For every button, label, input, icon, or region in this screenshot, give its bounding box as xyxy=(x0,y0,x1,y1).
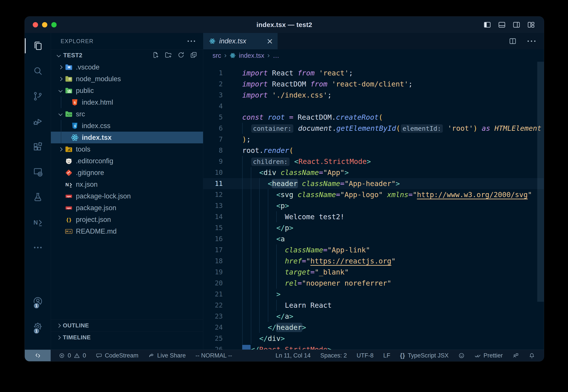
tree-item-src[interactable]: </>src xyxy=(51,108,203,120)
indent-guide xyxy=(268,222,268,233)
remote-indicator[interactable] xyxy=(25,350,51,361)
activity-search[interactable] xyxy=(25,64,51,78)
desktop: { "window": { "title": "index.tsx — test… xyxy=(0,0,568,392)
toggle-panel-icon[interactable] xyxy=(498,21,506,29)
tab-index-tsx[interactable]: index.tsx × xyxy=(203,33,277,49)
run-debug-icon xyxy=(32,116,43,127)
nx-icon: N xyxy=(65,180,73,189)
activity-nx-console[interactable]: N xyxy=(25,215,51,229)
activity-explorer[interactable] xyxy=(25,39,51,53)
refresh-explorer-icon[interactable] xyxy=(177,51,185,59)
code-editor[interactable]: 1import React from 'react';2import React… xyxy=(203,62,544,350)
tree-item-label: index.tsx xyxy=(82,134,111,141)
indentation-setting[interactable]: Spaces: 2 xyxy=(320,352,347,359)
html-icon: 5 xyxy=(70,98,79,107)
zoom-window-button[interactable] xyxy=(51,22,57,28)
window-title: index.tsx — test2 xyxy=(257,21,312,28)
close-tab-icon[interactable]: × xyxy=(266,37,273,45)
new-file-icon[interactable] xyxy=(152,51,159,59)
feedback-button[interactable] xyxy=(513,352,519,359)
tree-item-label: node_modules xyxy=(76,75,121,83)
svg-text:JS: JS xyxy=(69,78,71,80)
tree-item-package-lock.json[interactable]: npmpackage-lock.json xyxy=(51,190,203,202)
activity-remote-explorer[interactable] xyxy=(25,165,51,179)
tree-item-public[interactable]: public xyxy=(51,85,203,97)
tree-item-.gitignore[interactable]: .gitignore xyxy=(51,167,203,179)
activity-accounts[interactable]: 1 xyxy=(32,294,43,308)
code-line-13: 13 <p> xyxy=(203,200,544,211)
errors-icon xyxy=(59,352,65,359)
tree-item-.vscode[interactable]: .vscode xyxy=(51,61,203,73)
new-folder-icon[interactable] xyxy=(165,51,172,59)
tree-item-label: project.json xyxy=(76,216,111,224)
indent-guide xyxy=(268,278,268,289)
folder-tools-icon xyxy=(65,145,73,154)
live-share-status[interactable]: Live Share xyxy=(148,352,186,359)
minimize-window-button[interactable] xyxy=(42,22,47,28)
tree-item-node-modules[interactable]: JSnode_modules xyxy=(51,73,203,85)
problems-indicator[interactable]: 0 0 xyxy=(59,352,86,359)
breadcrumb-src[interactable]: src xyxy=(213,52,221,59)
svg-text:5: 5 xyxy=(74,100,76,104)
codestream-status[interactable]: CodeStream xyxy=(96,352,139,359)
folder-vscode-icon xyxy=(65,63,73,71)
toggle-sidebar-icon[interactable] xyxy=(483,21,491,29)
tree-item-tools[interactable]: tools xyxy=(51,143,203,155)
code-line-21: 21 > xyxy=(203,289,544,300)
remote-explorer-icon xyxy=(32,167,43,177)
tree-item-.editorconfig[interactable]: .editorconfig xyxy=(51,155,203,167)
activity-extensions[interactable] xyxy=(25,140,51,154)
inlay-hint: elementId: xyxy=(401,124,443,133)
activity-settings[interactable]: 1 xyxy=(32,320,43,334)
chevron-spacer xyxy=(57,155,65,167)
encoding-setting[interactable]: UTF-8 xyxy=(357,352,374,359)
breadcrumb-symbol[interactable]: … xyxy=(273,52,279,59)
collapse-folders-icon[interactable] xyxy=(190,51,197,59)
chevron-right-icon: › xyxy=(224,51,227,59)
prettier-status[interactable]: Prettier xyxy=(474,352,503,359)
indent-guide xyxy=(259,266,260,278)
editor-actions xyxy=(509,33,544,49)
chevron-spacer xyxy=(63,97,70,108)
github-status[interactable] xyxy=(458,352,465,359)
tree-item-project.json[interactable]: {}project.json xyxy=(51,214,203,225)
line-number: 3 xyxy=(203,90,231,101)
code-line-17: 17 className="App-link" xyxy=(203,244,544,255)
tree-item-package.json[interactable]: npmpackage.json xyxy=(51,202,203,214)
tree-item-nx.json[interactable]: Nnx.json xyxy=(51,179,203,190)
activity-source-control[interactable] xyxy=(25,89,51,103)
line-number: 25 xyxy=(203,333,231,344)
tree-item-index.tsx[interactable]: index.tsx xyxy=(51,132,203,143)
workspace-section-header[interactable]: TEST2 xyxy=(51,49,203,61)
activity-more-views[interactable] xyxy=(25,240,51,255)
more-actions-icon[interactable] xyxy=(526,41,536,42)
tree-item-label: index.css xyxy=(82,122,110,130)
close-window-button[interactable] xyxy=(33,22,38,28)
window-controls xyxy=(33,17,57,33)
activity-testing[interactable] xyxy=(25,190,51,204)
code-line-4: 4 xyxy=(203,101,544,112)
inlay-hint: container: xyxy=(251,124,293,133)
vim-mode-indicator[interactable]: -- NORMAL -- xyxy=(195,352,232,359)
breadcrumb: src › index.tsx › … xyxy=(203,49,544,62)
split-editor-icon[interactable] xyxy=(509,37,517,45)
language-mode[interactable]: {} TypeScript JSX xyxy=(400,352,449,359)
indent-guide xyxy=(251,178,251,189)
tree-item-index.css[interactable]: 3index.css xyxy=(51,120,203,132)
tree-item-README.md[interactable]: README.md xyxy=(51,225,203,237)
folder-src-icon: </> xyxy=(65,110,73,118)
nx-console-icon: N xyxy=(32,217,43,228)
customize-layout-icon[interactable] xyxy=(527,21,535,29)
sidebar-bottom-sections: OUTLINE TIMELINE xyxy=(51,320,203,350)
tree-item-index.html[interactable]: 5index.html xyxy=(51,97,203,108)
timeline-section[interactable]: TIMELINE xyxy=(51,331,203,343)
editor-scrollbar[interactable] xyxy=(537,62,544,302)
explorer-more-icon[interactable] xyxy=(186,41,195,42)
toggle-secondary-sidebar-icon[interactable] xyxy=(513,21,520,29)
activity-run-debug[interactable] xyxy=(25,114,51,128)
notifications-button[interactable] xyxy=(529,352,535,359)
breadcrumb-file[interactable]: index.tsx xyxy=(239,52,264,59)
eol-setting[interactable]: LF xyxy=(383,352,390,359)
outline-section[interactable]: OUTLINE xyxy=(51,320,203,331)
cursor-position[interactable]: Ln 11, Col 14 xyxy=(276,352,311,359)
